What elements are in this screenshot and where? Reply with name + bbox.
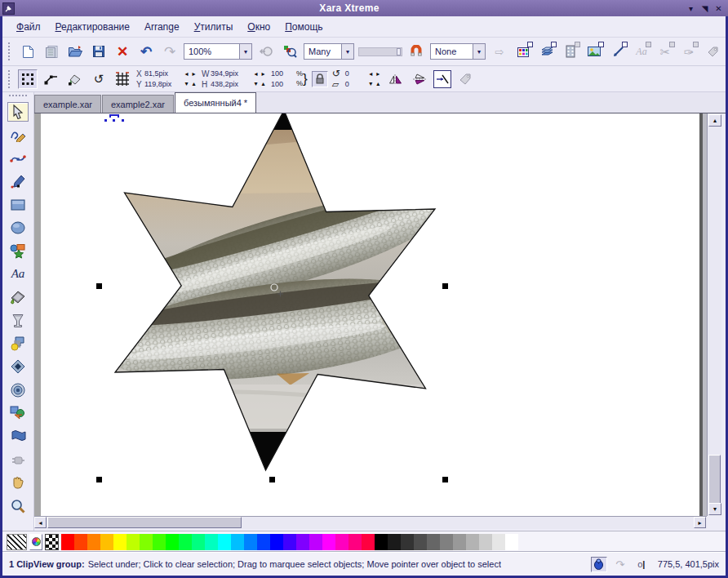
redo-button[interactable]: ↷ <box>160 42 180 61</box>
color-swatch[interactable] <box>113 534 127 550</box>
vertical-scroll-thumb[interactable] <box>708 455 721 504</box>
scale-h-value[interactable]: 100 <box>271 80 292 88</box>
push-to-gallery-button[interactable]: ⇨ <box>490 42 509 61</box>
window-menu-button[interactable] <box>2 2 15 15</box>
delete-button[interactable]: ✕ <box>113 42 132 61</box>
snap-to-objects-button[interactable] <box>406 42 426 61</box>
ellipse-tool-button[interactable] <box>7 218 29 238</box>
previous-zoom-button[interactable] <box>256 42 276 61</box>
flip-vertical-button[interactable] <box>410 69 429 89</box>
skew-value[interactable]: 0 <box>345 80 363 88</box>
push-tool-button[interactable] <box>7 473 29 492</box>
selection-handle-left[interactable] <box>96 283 102 289</box>
zoom-dropdown-arrow-icon[interactable]: ▾ <box>239 44 251 59</box>
transparency-tool-button[interactable] <box>7 311 29 331</box>
fill-handles-button[interactable] <box>65 69 85 89</box>
color-swatch[interactable] <box>218 534 231 550</box>
snap-combo[interactable]: None ▾ <box>430 43 486 60</box>
current-color-indicator[interactable] <box>7 534 27 550</box>
color-swatch[interactable] <box>388 534 401 550</box>
zoom-to-selection-button[interactable] <box>280 42 300 61</box>
scale-w-value[interactable]: 100 <box>271 69 292 78</box>
selection-handle-right[interactable] <box>442 283 448 289</box>
color-swatch[interactable] <box>322 534 335 550</box>
snap-grid-button[interactable] <box>113 69 132 89</box>
font-gallery-button[interactable]: Aa <box>632 42 651 61</box>
rotate-nudge-arrows[interactable]: ◂▸▾▴ <box>367 69 382 89</box>
color-swatch[interactable] <box>401 534 414 550</box>
selection-handle-bottom-center[interactable] <box>269 477 275 482</box>
contour-tool-button[interactable] <box>7 380 29 400</box>
menu-file[interactable]: Файл <box>9 21 48 33</box>
toolbar-grip[interactable] <box>8 42 11 60</box>
scroll-down-button[interactable]: ▾ <box>708 503 721 515</box>
live-drag-button[interactable] <box>591 557 607 572</box>
menu-edit[interactable]: Редактирование <box>48 21 137 33</box>
color-swatch[interactable] <box>283 534 296 550</box>
live-effects-tool-button[interactable] <box>7 450 29 469</box>
color-gallery-button[interactable] <box>513 42 533 61</box>
cut-button[interactable]: ✂ <box>655 42 675 61</box>
maximize-button[interactable]: ◥ <box>698 2 712 15</box>
text-tool-button[interactable]: Aa <box>7 265 29 284</box>
color-swatch[interactable] <box>492 534 505 550</box>
menu-utilities[interactable]: Утилиты <box>187 21 241 33</box>
color-swatch[interactable] <box>440 534 453 550</box>
scroll-right-button[interactable]: ▸ <box>694 517 706 528</box>
selector-tool-button[interactable] <box>7 102 29 122</box>
color-swatch[interactable] <box>166 534 179 550</box>
infobar-grip[interactable] <box>8 70 11 88</box>
color-editor-button[interactable] <box>29 534 42 550</box>
position-nudge-arrows[interactable]: ◂▸▾▴ <box>183 69 198 89</box>
scroll-up-button[interactable]: ▴ <box>708 114 721 127</box>
color-swatch[interactable] <box>257 534 270 550</box>
color-swatch[interactable] <box>244 534 257 550</box>
quickshape-tool-button[interactable] <box>7 241 29 260</box>
name-gallery-button[interactable] <box>703 42 722 61</box>
color-swatch[interactable] <box>296 534 309 550</box>
horizontal-scroll-thumb[interactable] <box>47 517 242 528</box>
color-swatch[interactable] <box>179 534 192 550</box>
star-clipview-object[interactable] <box>34 113 707 516</box>
menu-arrange[interactable]: Arrange <box>137 21 187 33</box>
line-gallery-button[interactable] <box>608 42 628 61</box>
tab-example2-xar[interactable]: example2.xar <box>102 95 174 113</box>
zoom-combo[interactable]: 100% ▾ <box>184 43 252 60</box>
color-swatch[interactable] <box>505 534 518 550</box>
name-tag-button[interactable] <box>455 69 475 89</box>
vertical-scrollbar[interactable]: ▴ ▾ <box>707 113 721 516</box>
save-button[interactable] <box>89 42 109 61</box>
color-swatch[interactable] <box>375 534 388 550</box>
new-from-template-button[interactable] <box>42 42 61 61</box>
color-swatch[interactable] <box>348 534 362 550</box>
mould-tool-button[interactable] <box>7 426 29 446</box>
tab-untitled4[interactable]: безымянный4 * <box>175 92 256 113</box>
color-swatch[interactable] <box>362 534 375 550</box>
tool-palette-grip[interactable] <box>9 95 27 99</box>
horizontal-scrollbar[interactable]: ◂ ▸ <box>34 516 707 529</box>
scroll-left-button[interactable]: ◂ <box>34 517 47 528</box>
color-swatch[interactable] <box>140 534 153 550</box>
slider-knob[interactable] <box>397 48 401 56</box>
snap-dropdown-arrow-icon[interactable]: ▾ <box>473 44 485 59</box>
marquee-select-button[interactable] <box>18 69 38 89</box>
menu-help[interactable]: Помощь <box>277 21 330 33</box>
rotate-value[interactable]: 0 <box>345 69 363 78</box>
blend-tool-button[interactable] <box>7 403 29 423</box>
color-swatch[interactable] <box>153 534 166 550</box>
x-value[interactable]: 81,5pix <box>144 69 179 78</box>
pen-tool-button[interactable] <box>7 171 29 191</box>
h-value[interactable]: 438,2pix <box>211 80 248 88</box>
color-swatch[interactable] <box>479 534 492 550</box>
color-swatch[interactable] <box>87 534 100 550</box>
size-nudge-arrows[interactable]: ◂▸▾▴ <box>252 69 267 89</box>
color-swatch[interactable] <box>100 534 113 550</box>
color-swatch[interactable] <box>127 534 140 550</box>
color-swatch[interactable] <box>205 534 218 550</box>
canvas[interactable] <box>34 113 707 516</box>
open-button[interactable] <box>65 42 85 61</box>
freehand-tool-button[interactable] <box>7 125 29 144</box>
selection-handle-bottom-left[interactable] <box>96 477 102 482</box>
fill-tool-button[interactable] <box>7 287 29 307</box>
flip-horizontal-button[interactable] <box>386 69 406 89</box>
